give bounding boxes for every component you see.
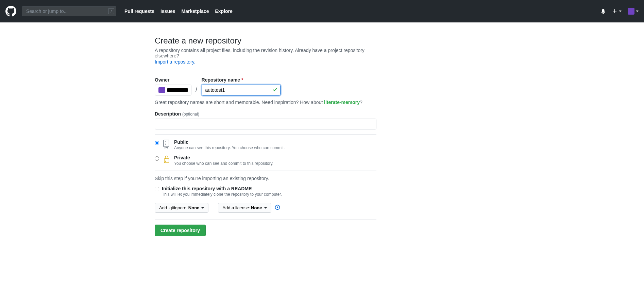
svg-rect-0 bbox=[164, 140, 169, 147]
svg-point-2 bbox=[165, 143, 166, 143]
chevron-down-icon bbox=[619, 11, 622, 12]
init-readme-title: Initialize this repository with a README bbox=[162, 186, 282, 191]
nav-explore[interactable]: Explore bbox=[215, 8, 232, 14]
license-select-button[interactable]: Add a license: None bbox=[218, 203, 271, 213]
main-nav: Pull requests Issues Marketplace Explore bbox=[124, 8, 233, 14]
repo-name-suggestion[interactable]: literate-memory bbox=[324, 100, 360, 105]
search-wrap: / bbox=[22, 6, 116, 16]
description-label: Description bbox=[155, 111, 181, 117]
user-menu-button[interactable] bbox=[628, 8, 639, 15]
license-value: None bbox=[251, 205, 262, 210]
visibility-public-option[interactable]: Public Anyone can see this repository. Y… bbox=[155, 139, 376, 150]
subtitle-text: A repository contains all project files,… bbox=[155, 48, 365, 58]
visibility-private-desc: You choose who can see and commit to thi… bbox=[174, 161, 273, 166]
create-new-button[interactable] bbox=[612, 8, 622, 14]
info-icon[interactable] bbox=[275, 205, 280, 211]
owner-avatar-icon bbox=[158, 87, 165, 93]
gitignore-prefix: Add .gitignore: bbox=[159, 205, 188, 210]
hint-prefix: Great repository names are short and mem… bbox=[155, 100, 324, 105]
page-subtitle: A repository contains all project files,… bbox=[155, 48, 376, 58]
chevron-down-icon bbox=[201, 207, 204, 209]
search-input[interactable] bbox=[22, 6, 116, 16]
init-readme-option[interactable]: Initialize this repository with a README… bbox=[155, 186, 376, 197]
github-logo[interactable] bbox=[5, 6, 16, 17]
required-mark: * bbox=[241, 77, 243, 83]
top-header: / Pull requests Issues Marketplace Explo… bbox=[0, 0, 644, 22]
init-readme-desc: This will let you immediately clone the … bbox=[162, 192, 282, 197]
owner-repo-separator: / bbox=[195, 86, 198, 95]
visibility-public-desc: Anyone can see this repository. You choo… bbox=[174, 145, 285, 150]
license-prefix: Add a license: bbox=[222, 205, 250, 210]
init-readme-text: Initialize this repository with a README… bbox=[162, 186, 282, 197]
svg-point-3 bbox=[165, 144, 166, 145]
repo-name-field: Repository name * bbox=[202, 77, 281, 95]
visibility-public-radio[interactable] bbox=[155, 141, 159, 145]
repo-public-icon bbox=[163, 139, 171, 149]
avatar-icon bbox=[628, 8, 634, 15]
init-readme-checkbox[interactable] bbox=[155, 187, 159, 191]
header-left: / Pull requests Issues Marketplace Explo… bbox=[5, 6, 600, 17]
github-mark-icon bbox=[5, 6, 16, 17]
skip-import-hint: Skip this step if you're importing an ex… bbox=[155, 176, 376, 181]
divider bbox=[155, 171, 376, 171]
nav-issues[interactable]: Issues bbox=[160, 8, 175, 14]
visibility-private-radio[interactable] bbox=[155, 156, 159, 161]
owner-name-redacted bbox=[167, 88, 188, 92]
gitignore-select-button[interactable]: Add .gitignore: None bbox=[155, 203, 208, 213]
repo-name-hint: Great repository names are short and mem… bbox=[155, 100, 376, 105]
description-optional: (optional) bbox=[182, 112, 199, 117]
check-icon bbox=[272, 87, 278, 93]
import-repo-link[interactable]: Import a repository. bbox=[155, 59, 196, 65]
svg-point-6 bbox=[165, 161, 166, 162]
lock-icon bbox=[163, 155, 171, 164]
visibility-public-text: Public Anyone can see this repository. Y… bbox=[174, 139, 285, 150]
notifications-button[interactable] bbox=[600, 8, 606, 14]
nav-pull-requests[interactable]: Pull requests bbox=[124, 8, 154, 14]
svg-point-5 bbox=[165, 160, 166, 160]
bell-icon bbox=[600, 8, 606, 14]
repo-name-input[interactable] bbox=[202, 85, 281, 95]
search-slash-hint: / bbox=[108, 8, 114, 14]
svg-point-1 bbox=[165, 141, 166, 142]
divider bbox=[155, 71, 376, 71]
svg-point-9 bbox=[277, 206, 278, 207]
plus-icon bbox=[612, 8, 617, 14]
visibility-private-text: Private You choose who can see and commi… bbox=[174, 155, 273, 166]
create-repository-button[interactable]: Create repository bbox=[155, 225, 206, 236]
header-right bbox=[600, 8, 639, 15]
repo-input-wrap bbox=[202, 85, 281, 95]
description-field: Description (optional) bbox=[155, 111, 376, 129]
visibility-public-title: Public bbox=[174, 139, 285, 145]
description-input[interactable] bbox=[155, 119, 376, 129]
repo-label-text: Repository name bbox=[202, 77, 240, 83]
visibility-private-option[interactable]: Private You choose who can see and commi… bbox=[155, 155, 376, 166]
svg-rect-4 bbox=[164, 159, 169, 163]
gitignore-value: None bbox=[188, 205, 200, 210]
page-title: Create a new repository bbox=[155, 36, 376, 46]
hint-suffix: ? bbox=[360, 100, 362, 105]
chevron-down-icon bbox=[636, 11, 639, 12]
chevron-down-icon bbox=[264, 207, 267, 209]
owner-field: Owner bbox=[155, 77, 191, 95]
visibility-private-title: Private bbox=[174, 155, 273, 160]
divider bbox=[155, 134, 376, 135]
owner-label: Owner bbox=[155, 77, 191, 83]
divider bbox=[155, 220, 376, 220]
owner-select-button[interactable] bbox=[155, 85, 191, 95]
main-content: Create a new repository A repository con… bbox=[155, 36, 376, 236]
repo-name-label: Repository name * bbox=[202, 77, 281, 83]
license-group: Add a license: None bbox=[218, 203, 280, 213]
nav-marketplace[interactable]: Marketplace bbox=[182, 8, 209, 14]
owner-repo-row: Owner / Repository name * bbox=[155, 77, 376, 95]
dropdown-row: Add .gitignore: None Add a license: None bbox=[155, 203, 376, 213]
